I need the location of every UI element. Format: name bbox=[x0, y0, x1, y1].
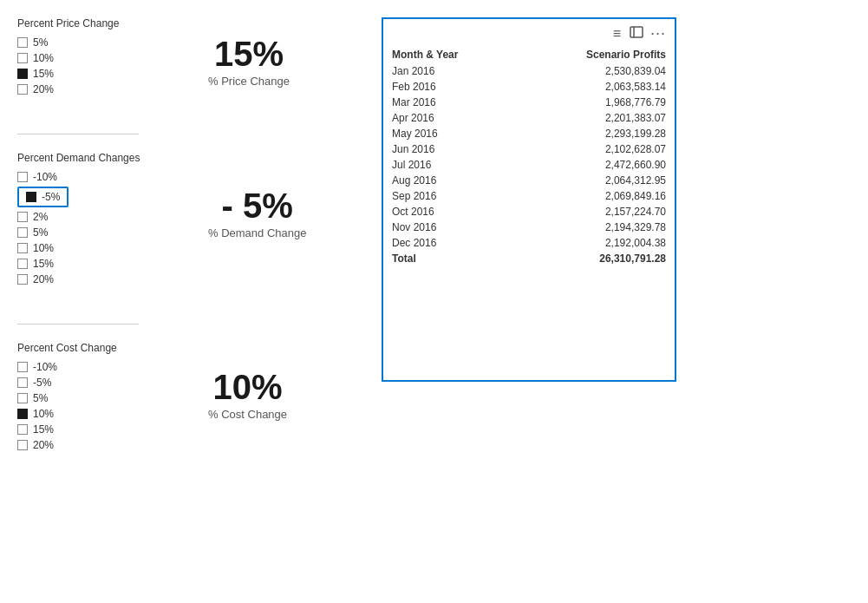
table-row: Feb 20162,063,583.14 bbox=[383, 79, 675, 95]
demand-change-title: Percent Demand Changes bbox=[17, 152, 156, 164]
demand-option[interactable]: 15% bbox=[17, 258, 156, 270]
profit-cell: 1,968,776.79 bbox=[518, 95, 675, 110]
checkbox bbox=[17, 84, 28, 95]
price-option[interactable]: 20% bbox=[17, 83, 156, 95]
profit-cell: 2,201,383.07 bbox=[518, 110, 675, 126]
month-cell: Mar 2016 bbox=[383, 95, 518, 110]
table-row: Oct 20162,157,224.70 bbox=[383, 204, 675, 220]
checkbox bbox=[17, 172, 28, 182]
profit-cell: 2,192,004.38 bbox=[518, 235, 675, 251]
cost-option[interactable]: 5% bbox=[17, 392, 156, 404]
price-change-title: Percent Price Change bbox=[17, 17, 156, 29]
checkbox bbox=[17, 53, 28, 63]
scenario-profits-table: ≡ ··· Month & Year Scenario Profits bbox=[382, 17, 676, 382]
checkbox-label: -5% bbox=[33, 377, 51, 389]
table-row: May 20162,293,199.28 bbox=[383, 126, 675, 141]
month-cell: Dec 2016 bbox=[383, 235, 518, 251]
table-row: Jun 20162,102,628.07 bbox=[383, 141, 675, 157]
checkbox bbox=[17, 362, 28, 372]
table-row: Nov 20162,194,329.78 bbox=[383, 220, 675, 235]
cost-change-title: Percent Cost Change bbox=[17, 342, 156, 354]
demand-value-label: % Demand Change bbox=[208, 226, 306, 239]
checkbox bbox=[17, 424, 28, 435]
demand-option[interactable]: 10% bbox=[17, 242, 156, 254]
profit-cell: 2,293,199.28 bbox=[518, 126, 675, 141]
table-row: Jan 20162,530,839.04 bbox=[383, 63, 675, 79]
checkbox bbox=[17, 243, 28, 253]
profits-data-table: Month & Year Scenario Profits Jan 20162,… bbox=[383, 46, 675, 266]
checkbox-label: 15% bbox=[33, 423, 54, 436]
cost-value-label: % Cost Change bbox=[208, 408, 287, 421]
price-value-label: % Price Change bbox=[208, 75, 290, 88]
profit-cell: 2,063,583.14 bbox=[518, 79, 675, 95]
demand-option[interactable]: -5% bbox=[17, 187, 69, 207]
checkbox bbox=[17, 212, 28, 222]
profit-cell: 2,530,839.04 bbox=[518, 63, 675, 79]
table-row: Sep 20162,069,849.16 bbox=[383, 188, 675, 204]
more-icon[interactable]: ··· bbox=[650, 24, 666, 43]
checkbox-label: -10% bbox=[33, 171, 57, 183]
table-row: Dec 20162,192,004.38 bbox=[383, 235, 675, 251]
table-row: Aug 20162,064,312.95 bbox=[383, 173, 675, 188]
checkbox bbox=[17, 409, 28, 419]
month-cell: Nov 2016 bbox=[383, 220, 518, 235]
total-value: 26,310,791.28 bbox=[518, 251, 675, 266]
col-month-header: Month & Year bbox=[383, 46, 518, 63]
checkbox-label: 15% bbox=[33, 258, 54, 270]
checkbox bbox=[26, 192, 36, 202]
profit-cell: 2,194,329.78 bbox=[518, 220, 675, 235]
profit-cell: 2,102,628.07 bbox=[518, 141, 675, 157]
price-option[interactable]: 5% bbox=[17, 36, 156, 49]
checkbox bbox=[17, 259, 28, 269]
checkbox-label: 5% bbox=[33, 36, 48, 49]
month-cell: Feb 2016 bbox=[383, 79, 518, 95]
cost-option[interactable]: 20% bbox=[17, 439, 156, 451]
cost-value: 10% bbox=[213, 368, 283, 406]
checkbox-label: 5% bbox=[33, 392, 48, 404]
checkbox-label: 5% bbox=[33, 226, 48, 239]
cost-option[interactable]: -10% bbox=[17, 361, 156, 373]
profit-cell: 2,069,849.16 bbox=[518, 188, 675, 204]
profit-cell: 2,472,660.90 bbox=[518, 157, 675, 173]
price-option[interactable]: 10% bbox=[17, 52, 156, 64]
checkbox-label: 20% bbox=[33, 439, 54, 451]
table-row: Jul 20162,472,660.90 bbox=[383, 157, 675, 173]
total-row: Total26,310,791.28 bbox=[383, 251, 675, 266]
checkbox-label: 10% bbox=[33, 242, 54, 254]
checkbox-label: 20% bbox=[33, 83, 54, 95]
total-label: Total bbox=[383, 251, 518, 266]
checkbox-label: -10% bbox=[33, 361, 57, 373]
demand-option[interactable]: 20% bbox=[17, 273, 156, 285]
month-cell: Jun 2016 bbox=[383, 141, 518, 157]
cost-option[interactable]: -5% bbox=[17, 377, 156, 389]
expand-icon[interactable] bbox=[630, 26, 643, 41]
table-row: Apr 20162,201,383.07 bbox=[383, 110, 675, 126]
checkbox-label: 10% bbox=[33, 52, 54, 64]
month-cell: Aug 2016 bbox=[383, 173, 518, 188]
checkbox bbox=[17, 393, 28, 403]
checkbox bbox=[17, 37, 28, 48]
checkbox-label: 10% bbox=[33, 408, 54, 420]
demand-option[interactable]: 2% bbox=[17, 211, 156, 223]
price-value: 15% bbox=[214, 35, 284, 73]
price-option[interactable]: 15% bbox=[17, 68, 156, 80]
month-cell: Jul 2016 bbox=[383, 157, 518, 173]
cost-option[interactable]: 10% bbox=[17, 408, 156, 420]
demand-option[interactable]: -10% bbox=[17, 171, 156, 183]
table-row: Mar 20161,968,776.79 bbox=[383, 95, 675, 110]
month-cell: Apr 2016 bbox=[383, 110, 518, 126]
drag-icon[interactable]: ≡ bbox=[613, 26, 623, 42]
checkbox-label: 2% bbox=[33, 211, 48, 223]
checkbox bbox=[17, 69, 28, 79]
profit-cell: 2,064,312.95 bbox=[518, 173, 675, 188]
checkbox bbox=[17, 377, 28, 388]
demand-option[interactable]: 5% bbox=[17, 226, 156, 239]
month-cell: Sep 2016 bbox=[383, 188, 518, 204]
cost-option[interactable]: 15% bbox=[17, 423, 156, 436]
checkbox bbox=[17, 274, 28, 285]
svg-rect-0 bbox=[630, 27, 643, 37]
checkbox-label: 15% bbox=[33, 68, 54, 80]
checkbox bbox=[17, 227, 28, 238]
profit-cell: 2,157,224.70 bbox=[518, 204, 675, 220]
demand-value: - 5% bbox=[222, 187, 293, 225]
